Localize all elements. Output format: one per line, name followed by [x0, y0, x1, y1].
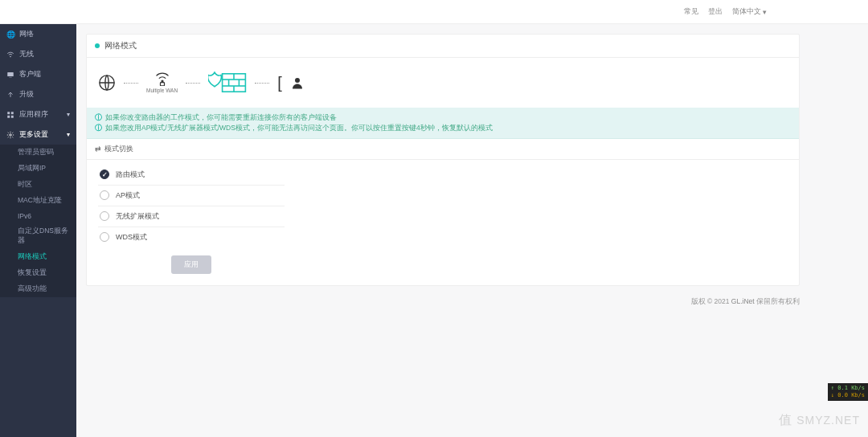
sidebar-item-internet[interactable]: 🌐 网络	[0, 24, 76, 44]
info-icon: ⓘ	[95, 123, 102, 133]
apps-icon	[6, 111, 14, 119]
internet-globe-icon	[98, 74, 116, 92]
diagram-connector	[255, 83, 269, 84]
svg-rect-3	[7, 112, 10, 114]
svg-rect-4	[11, 112, 14, 114]
header-reboot-link[interactable]: 常见	[684, 6, 698, 17]
alert-line-2: 如果您改用AP模式/无线扩展器模式/WDS模式，你可能无法再访问这个页面。你可以…	[105, 123, 493, 133]
sidebar-item-label: 客户端	[19, 69, 41, 80]
language-label: 简体中文	[732, 6, 761, 17]
page-title: 网络模式	[104, 40, 137, 51]
section-title: 模式切换	[104, 144, 133, 154]
netmon-up: ↑ 0.1 Kb/s	[831, 385, 865, 392]
diagram-connector	[124, 83, 138, 84]
mode-options: 路由模式 AP模式 无线扩展模式 WDS模式 应用	[87, 160, 296, 285]
wan-node: Multiple WAN	[146, 72, 178, 93]
top-header: GL·iNet ADMIN PANEL 常见 登出 简体中文 ▾	[0, 0, 868, 24]
header-actions: 常见 登出 简体中文 ▾	[684, 6, 767, 17]
sidebar-item-label: 无线	[19, 49, 34, 59]
alert-line-1: 如果你改变路由器的工作模式，你可能需要重新连接你所有的客户端设备	[105, 112, 337, 123]
network-diagram: Multiple WAN [	[87, 58, 799, 108]
client-bracket-icon: [	[277, 74, 282, 92]
sidebar-child-mac-clone[interactable]: MAC地址克隆	[0, 193, 76, 209]
svg-point-18	[295, 78, 300, 83]
sidebar-child-revert[interactable]: 恢复设置	[0, 265, 76, 281]
sidebar-child-advanced[interactable]: 高级功能	[0, 281, 76, 297]
network-monitor-badge: ↑ 0.1 Kb/s ↓ 0.0 Kb/s	[828, 383, 868, 401]
upgrade-icon	[6, 91, 14, 99]
netmon-down: ↓ 0.0 Kb/s	[831, 392, 865, 399]
sidebar-item-apps[interactable]: 应用程序 ▾	[0, 104, 76, 125]
info-icon: ⓘ	[95, 112, 102, 123]
diagram-connector	[186, 83, 200, 84]
network-mode-card: 网络模式 Multiple WAN	[86, 34, 800, 286]
sidebar: 🌐 网络 无线 客户端 升级 应用程序 ▾	[0, 24, 76, 437]
info-alert: ⓘ 如果你改变路由器的工作模式，你可能需要重新连接你所有的客户端设备 ⓘ 如果您…	[87, 108, 799, 139]
footer-brand-link[interactable]: GL.iNet	[731, 297, 755, 305]
sidebar-child-network-mode[interactable]: 网络模式	[0, 249, 76, 265]
page-footer: 版权 © 2021 GL.iNet 保留所有权利	[86, 294, 800, 310]
sidebar-item-label: 更多设置	[19, 129, 48, 140]
diagram-label: Multiple WAN	[146, 88, 178, 93]
footer-copyright: 版权 © 2021	[691, 297, 730, 305]
radio-unchecked-icon	[100, 232, 109, 242]
main-content: 网络模式 Multiple WAN	[76, 24, 868, 437]
globe-icon: 🌐	[6, 31, 14, 39]
sidebar-child-lan-ip[interactable]: 局域网IP	[0, 161, 76, 177]
firewall-icon	[208, 71, 247, 95]
wan-wifi-icon	[154, 72, 170, 86]
radio-unchecked-icon	[100, 211, 109, 221]
svg-point-0	[10, 56, 11, 57]
svg-rect-1	[7, 72, 14, 76]
section-heading: ⇄ 模式切换	[87, 139, 799, 160]
radio-unchecked-icon	[100, 190, 109, 200]
header-logout-link[interactable]: 登出	[708, 6, 723, 17]
chevron-down-icon: ▾	[67, 111, 70, 118]
watermark-text: SMYZ.NET	[796, 414, 860, 427]
sidebar-item-more-settings[interactable]: 更多设置 ▾	[0, 125, 76, 145]
chevron-down-icon: ▾	[763, 8, 767, 16]
clients-icon	[6, 71, 14, 79]
option-label: 路由模式	[116, 169, 145, 180]
sidebar-item-clients[interactable]: 客户端	[0, 64, 76, 84]
sidebar-item-wireless[interactable]: 无线	[0, 44, 76, 64]
sidebar-child-admin-password[interactable]: 管理员密码	[0, 145, 76, 161]
svg-rect-6	[11, 115, 14, 117]
mode-option-ap[interactable]: AP模式	[98, 186, 285, 206]
watermark: 值 SMYZ.NET	[779, 412, 860, 429]
option-label: 无线扩展模式	[116, 211, 159, 222]
chevron-down-icon: ▾	[67, 131, 70, 138]
svg-point-7	[10, 133, 12, 136]
switch-icon: ⇄	[95, 145, 101, 153]
apply-button[interactable]: 应用	[171, 255, 211, 274]
user-icon	[290, 76, 305, 90]
sidebar-submenu: 管理员密码 局域网IP 时区 MAC地址克隆 IPv6 自定义DNS服务器 网络…	[0, 145, 76, 297]
svg-rect-5	[7, 115, 10, 117]
language-selector[interactable]: 简体中文 ▾	[732, 6, 767, 17]
title-dot-icon	[95, 43, 100, 48]
svg-rect-10	[160, 83, 164, 86]
sidebar-item-label: 网络	[19, 29, 34, 39]
mode-option-router[interactable]: 路由模式	[98, 165, 285, 186]
svg-point-9	[162, 80, 163, 82]
option-label: AP模式	[116, 190, 140, 201]
radio-checked-icon	[100, 169, 109, 179]
sidebar-child-timezone[interactable]: 时区	[0, 177, 76, 193]
mode-option-wds[interactable]: WDS模式	[98, 227, 285, 247]
gear-icon	[6, 131, 14, 139]
sidebar-child-custom-dns[interactable]: 自定义DNS服务器	[0, 223, 76, 249]
sidebar-item-label: 升级	[19, 89, 34, 100]
sidebar-item-label: 应用程序	[19, 109, 48, 120]
sidebar-child-ipv6[interactable]: IPv6	[0, 209, 76, 223]
footer-rights: 保留所有权利	[756, 297, 800, 305]
option-label: WDS模式	[116, 232, 147, 243]
mode-option-extender[interactable]: 无线扩展模式	[98, 206, 285, 227]
card-title: 网络模式	[87, 35, 799, 58]
wifi-icon	[6, 51, 14, 59]
sidebar-item-upgrade[interactable]: 升级	[0, 84, 76, 104]
